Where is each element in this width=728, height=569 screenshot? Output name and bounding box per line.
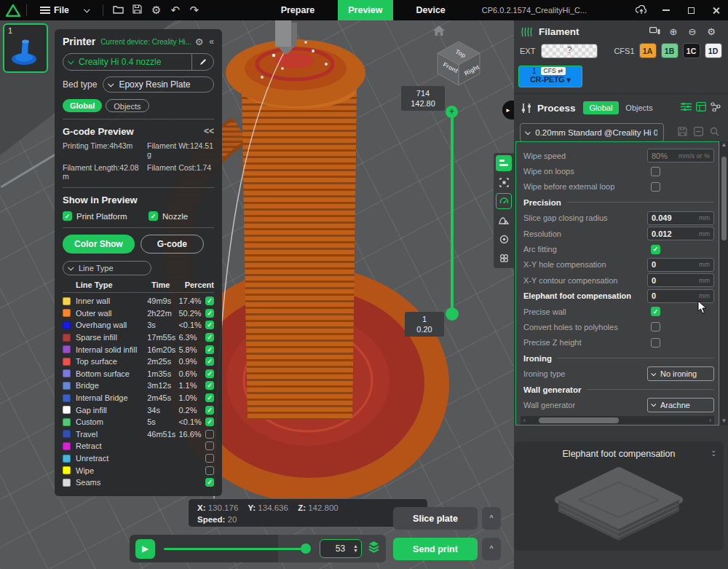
cfs-swap-chip[interactable]: CFS ⇄ bbox=[541, 67, 566, 75]
ironing-type-select[interactable]: No ironing bbox=[647, 366, 714, 381]
slice-gap-closing-radius-input[interactable]: 0.049mm bbox=[647, 211, 714, 225]
viewport-3d[interactable]: 1 Printer Current device: Creality Hi...… bbox=[0, 20, 514, 569]
collapse-gcode-icon[interactable]: << bbox=[204, 126, 214, 137]
tab-device[interactable]: Device bbox=[406, 0, 456, 20]
basic-settings-icon[interactable] bbox=[681, 101, 692, 114]
row-visibility-checkbox[interactable] bbox=[205, 466, 214, 475]
ext-filament-swatch[interactable]: ? bbox=[541, 44, 598, 58]
menu-icon[interactable] bbox=[40, 7, 50, 14]
send-options-caret[interactable]: ^ bbox=[482, 538, 501, 560]
row-visibility-checkbox[interactable] bbox=[205, 309, 214, 318]
layer-slider-top-handle[interactable] bbox=[446, 106, 458, 118]
arc-fitting-checkbox[interactable] bbox=[651, 245, 660, 254]
send-print-button[interactable]: Send print bbox=[393, 538, 478, 560]
line-type-select[interactable]: Line Type bbox=[63, 261, 151, 275]
row-visibility-checkbox[interactable] bbox=[205, 442, 214, 450]
row-visibility-checkbox[interactable] bbox=[205, 357, 214, 366]
row-visibility-checkbox[interactable] bbox=[205, 345, 214, 354]
row-visibility-checkbox[interactable] bbox=[205, 393, 214, 402]
xy-hole-compensation-input[interactable]: 0mm bbox=[647, 258, 714, 272]
selection-box-icon[interactable] bbox=[496, 174, 512, 190]
collapse-panel-icon[interactable]: « bbox=[209, 36, 214, 47]
row-visibility-checkbox[interactable] bbox=[205, 478, 214, 487]
sync-filament-icon[interactable] bbox=[645, 26, 664, 37]
row-visibility-checkbox[interactable] bbox=[205, 369, 214, 378]
target-icon[interactable] bbox=[496, 231, 512, 247]
restore-button[interactable] bbox=[678, 0, 703, 20]
precise-wall-checkbox[interactable] bbox=[651, 307, 660, 316]
wipe-speed-input[interactable]: 80%mm/s or % bbox=[647, 149, 714, 162]
save-icon[interactable] bbox=[128, 4, 147, 16]
play-button[interactable]: ▶ bbox=[135, 539, 155, 559]
plate-thumbnail[interactable]: 1 bbox=[3, 23, 48, 73]
speed-gauge-icon[interactable] bbox=[496, 193, 512, 209]
line-type-list-icon[interactable] bbox=[496, 155, 512, 171]
animation-slider[interactable] bbox=[164, 548, 309, 550]
row-visibility-checkbox[interactable] bbox=[205, 297, 214, 305]
undo-icon[interactable]: ↶ bbox=[166, 4, 185, 17]
layer-slider-track[interactable] bbox=[451, 111, 454, 313]
layers-icon[interactable] bbox=[368, 541, 380, 557]
mountain-icon[interactable] bbox=[496, 212, 512, 228]
tab-global-right[interactable]: Global bbox=[583, 101, 620, 114]
slice-plate-button[interactable]: Slice plate bbox=[393, 507, 478, 530]
close-button[interactable] bbox=[703, 0, 728, 20]
precise-z-height-checkbox[interactable] bbox=[651, 338, 660, 348]
row-visibility-checkbox[interactable] bbox=[205, 333, 214, 342]
wall-generator-select[interactable]: Arachne bbox=[647, 398, 714, 412]
panel-expand-handle[interactable]: ► bbox=[502, 101, 514, 119]
add-filament-icon[interactable]: ⊕ bbox=[664, 26, 683, 37]
save-preset-icon[interactable] bbox=[674, 127, 690, 138]
collapse-tooltip-icon[interactable]: ⌄⌄ bbox=[711, 449, 716, 456]
row-visibility-checkbox[interactable] bbox=[205, 417, 214, 426]
print-platform-checkbox[interactable] bbox=[63, 211, 72, 221]
minimize-button[interactable] bbox=[654, 0, 678, 20]
gcode-button[interactable]: G-code bbox=[141, 235, 204, 254]
active-filament-card[interactable]: 1CFS ⇄ CR-PETG ▾ bbox=[518, 66, 582, 87]
vertical-scrollbar[interactable]: ▲▼ bbox=[720, 141, 728, 425]
nozzle-checkbox[interactable] bbox=[149, 211, 158, 221]
clover-circles-icon[interactable] bbox=[496, 250, 512, 266]
step-down-icon[interactable]: ▼ bbox=[353, 549, 358, 553]
printer-gear-icon[interactable]: ⚙ bbox=[195, 36, 204, 47]
filament-material[interactable]: CR-PETG ▾ bbox=[522, 75, 579, 84]
cloud-upload-icon[interactable] bbox=[629, 0, 654, 20]
compare-presets-icon[interactable] bbox=[711, 101, 721, 114]
cfs-slot-1d[interactable]: 1D bbox=[705, 43, 722, 58]
layer-slider-bottom-handle[interactable] bbox=[446, 307, 459, 321]
animation-slider-handle[interactable] bbox=[301, 544, 311, 554]
resolution-input[interactable]: 0.012mm bbox=[647, 227, 714, 240]
color-show-button[interactable]: Color Show bbox=[63, 235, 135, 254]
search-settings-icon[interactable] bbox=[706, 127, 722, 138]
nozzle-select[interactable]: Creality Hi 0.4 nozzle bbox=[63, 53, 214, 71]
cfs-slot-1c[interactable]: 1C bbox=[683, 43, 700, 58]
tab-preview[interactable]: Preview bbox=[338, 0, 392, 20]
tab-prepare[interactable]: Prepare bbox=[271, 0, 325, 20]
settings-gear-icon[interactable]: ⚙ bbox=[147, 4, 166, 17]
row-visibility-checkbox[interactable] bbox=[205, 454, 214, 463]
current-device-link[interactable]: Current device: Creality Hi... bbox=[100, 38, 195, 46]
redo-icon[interactable]: ↷ bbox=[185, 4, 204, 17]
filament-settings-icon[interactable]: ⚙ bbox=[702, 26, 721, 37]
step-stepper[interactable]: 53 ▲▼ bbox=[320, 539, 362, 558]
row-visibility-checkbox[interactable] bbox=[205, 321, 214, 329]
wipe-before-external-loop-checkbox[interactable] bbox=[651, 182, 660, 192]
tab-objects-right[interactable]: Objects bbox=[619, 101, 659, 114]
advanced-table-icon[interactable] bbox=[696, 101, 706, 114]
tab-global-left[interactable]: Global bbox=[63, 99, 102, 112]
remove-filament-icon[interactable]: ⊖ bbox=[683, 26, 702, 37]
cfs-slot-1a[interactable]: 1A bbox=[639, 43, 657, 58]
file-menu[interactable]: File bbox=[54, 5, 69, 15]
row-visibility-checkbox[interactable] bbox=[205, 381, 214, 390]
cfs-slot-1b[interactable]: 1B bbox=[661, 43, 678, 58]
convert-holes-to-polyholes-checkbox[interactable] bbox=[651, 322, 660, 331]
horizontal-scrollbar[interactable]: ‹› bbox=[521, 416, 714, 425]
open-folder-icon[interactable] bbox=[109, 5, 128, 16]
bed-type-select[interactable]: Epoxy Resin Plate bbox=[103, 76, 214, 93]
row-visibility-checkbox[interactable] bbox=[205, 406, 214, 415]
view-cube[interactable]: Top Front Right bbox=[435, 39, 483, 87]
wipe-on-loops-checkbox[interactable] bbox=[651, 167, 660, 176]
row-visibility-checkbox[interactable] bbox=[205, 430, 214, 439]
home-view-icon[interactable] bbox=[432, 25, 446, 39]
tab-objects-left[interactable]: Objects bbox=[106, 99, 149, 112]
